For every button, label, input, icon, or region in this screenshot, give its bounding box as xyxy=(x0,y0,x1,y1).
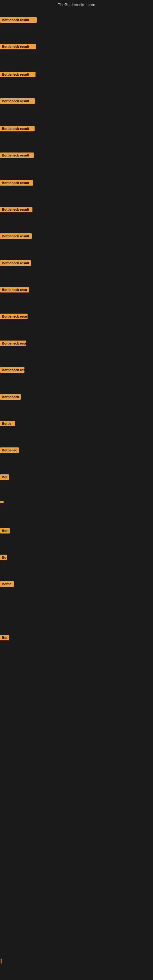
bottleneck-badge-7[interactable]: Bottleneck result xyxy=(0,180,33,186)
bottleneck-badge-4[interactable]: Bottleneck result xyxy=(0,98,35,104)
bottleneck-badge-6[interactable]: Bottleneck result xyxy=(0,153,33,158)
bottleneck-badge-16[interactable]: Bottle xyxy=(0,421,15,426)
bottleneck-badge-22[interactable]: Bottle xyxy=(0,581,14,587)
bottleneck-badge-20[interactable]: Bott xyxy=(0,528,10,533)
bottleneck-badge-5[interactable]: Bottleneck result xyxy=(0,126,35,131)
cursor-35 xyxy=(1,959,2,964)
bottleneck-badge-1[interactable]: Bottleneck result xyxy=(0,17,37,23)
bottleneck-badge-14[interactable]: Bottleneck res xyxy=(0,367,24,373)
bottleneck-badge-2[interactable]: Bottleneck result xyxy=(0,44,36,49)
bottleneck-badge-9[interactable]: Bottleneck result xyxy=(0,233,32,239)
bottleneck-badge-18[interactable]: Bot xyxy=(0,474,9,480)
bottleneck-badge-10[interactable]: Bottleneck result xyxy=(0,260,31,266)
bottleneck-badge-11[interactable]: Bottleneck resu xyxy=(0,287,29,293)
bottleneck-badge-19[interactable] xyxy=(0,501,4,503)
bottleneck-badge-17[interactable]: Bottlenec xyxy=(0,447,19,453)
site-title: TheBottlenecker.com xyxy=(58,2,95,7)
bottleneck-badge-8[interactable]: Bottleneck result xyxy=(0,207,32,212)
bottleneck-badge-15[interactable]: Bottleneck xyxy=(0,394,21,400)
bottleneck-badge-3[interactable]: Bottleneck result xyxy=(0,72,35,77)
bottleneck-badge-13[interactable]: Bottleneck resu xyxy=(0,340,26,346)
bottleneck-badge-21[interactable]: Bo xyxy=(0,555,7,560)
bottleneck-badge-12[interactable]: Bottleneck resu xyxy=(0,313,27,319)
bottleneck-badge-24[interactable]: Bot xyxy=(0,635,9,640)
